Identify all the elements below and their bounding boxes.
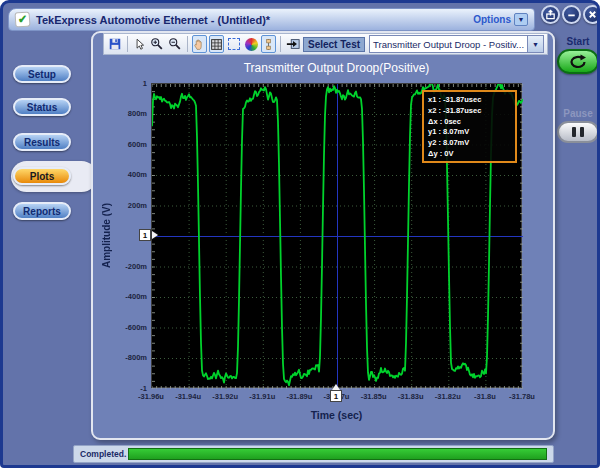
- y-tick-label: -800m: [115, 353, 147, 362]
- test-select-dropdown[interactable]: Transmitter Output Droop - Positiv... ▼: [369, 35, 544, 53]
- y-tick-label: 1: [115, 79, 147, 88]
- status-bar: Completed.: [73, 445, 554, 463]
- pause-icon: [580, 127, 584, 137]
- close-button[interactable]: [583, 5, 600, 24]
- close-icon: [587, 9, 598, 20]
- readout-row: x2 : -31.87usec: [428, 106, 511, 117]
- x-tick-label: -31.94u: [167, 392, 209, 401]
- x-tick-label: -31.91u: [241, 392, 283, 401]
- plot-panel: Transmitter Output Droop(Positive) Ampli…: [91, 31, 555, 440]
- pause-label: Pause: [555, 108, 600, 119]
- app-window: ✔ TekExpress Automotive Ethernet - (Unti…: [0, 0, 600, 468]
- toolbar-separator: [187, 36, 188, 52]
- sidebar-item-plots[interactable]: Plots: [13, 167, 71, 185]
- horizontal-cursor-arrow-icon: [152, 231, 158, 239]
- marquee-select-icon[interactable]: [226, 35, 241, 53]
- y-tick-label: -200m: [115, 262, 147, 271]
- options-label[interactable]: Options: [473, 14, 511, 25]
- run-loop-icon: [567, 54, 589, 70]
- color-wheel-icon[interactable]: [244, 35, 259, 53]
- restore-icon: [545, 9, 556, 20]
- readout-row: Δx : 0sec: [428, 117, 511, 128]
- title-bar: ✔ TekExpress Automotive Ethernet - (Unti…: [8, 8, 535, 31]
- y-tick-label: -400m: [115, 292, 147, 301]
- sidebar-item-status[interactable]: Status: [13, 98, 71, 116]
- x-tick-label: -31.78u: [501, 392, 543, 401]
- x-tick-label: -31.89u: [278, 392, 320, 401]
- plot-title: Transmitter Output Droop(Positive): [151, 61, 522, 75]
- y-tick-label: 200m: [115, 201, 147, 210]
- export-icon[interactable]: [285, 35, 301, 53]
- zoom-out-icon[interactable]: [167, 35, 183, 53]
- x-tick-label: -31.8u: [464, 392, 506, 401]
- progress-bar: [128, 448, 547, 460]
- sidebar-item-results[interactable]: Results: [13, 133, 71, 151]
- start-button[interactable]: [557, 49, 599, 74]
- x-tick-label: -31.85u: [353, 392, 395, 401]
- options-dropdown-button[interactable]: ▼: [514, 13, 528, 26]
- chevron-down-icon[interactable]: ▼: [527, 35, 544, 53]
- y-tick-label: 800m: [115, 109, 147, 118]
- pause-button[interactable]: [557, 121, 599, 143]
- progress-track: [128, 448, 547, 460]
- pause-icon: [572, 127, 576, 137]
- toolbar-separator: [127, 36, 128, 52]
- minimize-button[interactable]: [562, 5, 581, 24]
- readout-row: y1 : 8.07mV: [428, 127, 511, 138]
- status-message: Completed.: [80, 449, 128, 459]
- y-tick-label: 600m: [115, 140, 147, 149]
- x-tick-label: -31.82u: [427, 392, 469, 401]
- options-menu[interactable]: Options ▼: [473, 13, 528, 26]
- readout-row: x1 : -31.87usec: [428, 95, 511, 106]
- window-title: TekExpress Automotive Ethernet - (Untitl…: [36, 14, 270, 26]
- select-test-label: Select Test: [303, 37, 365, 52]
- x-tick-label: -31.83u: [390, 392, 432, 401]
- test-select-value[interactable]: Transmitter Output Droop - Positiv...: [369, 35, 527, 53]
- plot-toolbar: Select Test Transmitter Output Droop - P…: [103, 33, 548, 55]
- y-tick-label: 400m: [115, 170, 147, 179]
- x-tick-label: -31.96u: [130, 392, 172, 401]
- toolbar-separator: [280, 36, 281, 52]
- sidebar-item-setup[interactable]: Setup: [13, 65, 71, 83]
- cursor-readout-box: x1 : -31.87usecx2 : -31.87usecΔx : 0secy…: [422, 90, 517, 163]
- pan-hand-icon[interactable]: [192, 35, 207, 53]
- zoom-in-icon[interactable]: [149, 35, 165, 53]
- horizontal-cursor-marker[interactable]: 1: [139, 229, 151, 241]
- minimize-icon: [566, 9, 577, 20]
- y-axis-label: Amplitude (V): [101, 171, 112, 301]
- x-tick-label: -31.92u: [204, 392, 246, 401]
- x-axis-label: Time (sec): [151, 409, 522, 421]
- sidebar-item-reports[interactable]: Reports: [13, 202, 71, 220]
- pointer-icon[interactable]: [132, 35, 147, 53]
- cursor-tool-icon[interactable]: [261, 35, 276, 53]
- readout-row: y2 : 8.07mV: [428, 138, 511, 149]
- app-logo-icon: ✔: [14, 11, 30, 27]
- save-icon[interactable]: [107, 35, 123, 53]
- y-tick-label: -600m: [115, 323, 147, 332]
- start-label: Start: [555, 36, 600, 47]
- restore-button[interactable]: [541, 5, 560, 24]
- readout-row: Δy : 0V: [428, 149, 511, 160]
- vertical-cursor-marker[interactable]: 1: [330, 390, 342, 402]
- grid-icon[interactable]: [209, 35, 224, 53]
